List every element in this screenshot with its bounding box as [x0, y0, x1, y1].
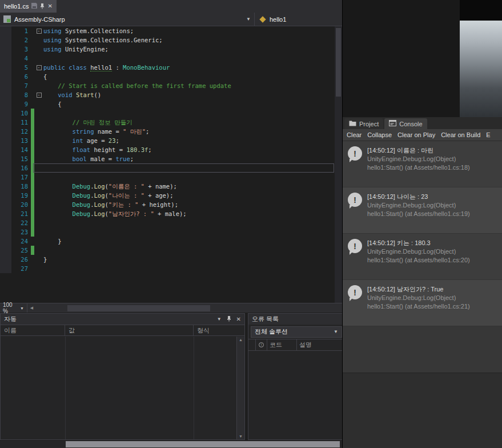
code-line[interactable]: 6{	[0, 72, 342, 81]
breakpoint-margin[interactable]	[0, 264, 11, 273]
breakpoint-margin[interactable]	[0, 26, 11, 35]
breakpoint-margin[interactable]	[0, 246, 11, 255]
code-line[interactable]: 13 int age = 23;	[0, 136, 342, 145]
code-line[interactable]: 27	[0, 264, 342, 273]
breakpoint-margin[interactable]	[0, 182, 11, 191]
code-line[interactable]: 24 }	[0, 237, 342, 246]
code-line[interactable]: 4	[0, 54, 342, 63]
editor-vertical-scrollbar[interactable]	[335, 26, 342, 303]
scrollbar-thumb[interactable]	[336, 28, 341, 97]
code-line[interactable]: 19 Debug.Log("나이는 : " + age);	[0, 191, 342, 200]
code-line[interactable]: 10	[0, 109, 342, 118]
console-log-entry[interactable]: ! [14:50:12] 키는 : 180.3 UnityEngine.Debu…	[343, 234, 502, 280]
tab-hello1-cs[interactable]: hello1.cs ✕	[0, 0, 57, 13]
console-error-pause-button[interactable]: E	[483, 130, 493, 139]
editor-horizontal-scrollbar[interactable]	[36, 303, 342, 313]
tab-console[interactable]: Console	[384, 118, 427, 129]
breakpoint-margin[interactable]	[0, 227, 11, 237]
code-line[interactable]: 17	[0, 173, 342, 182]
pin-icon[interactable]	[40, 3, 45, 10]
type-dropdown[interactable]: hello1	[254, 13, 342, 26]
breakpoint-margin[interactable]	[0, 237, 11, 246]
scroll-left-arrow-icon[interactable]: ◀	[27, 303, 36, 313]
close-icon[interactable]: ✕	[236, 316, 241, 322]
console-clear-button[interactable]: Clear	[344, 130, 364, 139]
code-line[interactable]: 26}	[0, 255, 342, 264]
solution-scope-dropdown[interactable]: 전체 솔루션 ▼	[251, 326, 342, 338]
column-header-value[interactable]: 값	[65, 325, 194, 335]
fold-marker[interactable]: -	[34, 63, 43, 72]
code-line[interactable]: 16	[0, 163, 342, 173]
breakpoint-margin[interactable]	[0, 90, 11, 99]
code-line[interactable]: 1-using System.Collections;	[0, 26, 342, 35]
code-line[interactable]: 18 Debug.Log("이름은 : " + name);	[0, 182, 342, 191]
code-line[interactable]: 15 bool male = true;	[0, 154, 342, 163]
console-clear-on-play-button[interactable]: Clear on Play	[395, 130, 438, 139]
error-list-titlebar[interactable]: 오류 목록	[248, 314, 344, 325]
code-line[interactable]: 12 string name = " 마린";	[0, 127, 342, 136]
window-position-icon[interactable]: ▼	[217, 317, 222, 322]
column-header-name[interactable]: 이름	[1, 325, 65, 335]
column-header-description[interactable]: 설명	[297, 339, 344, 350]
code-line[interactable]: 25	[0, 246, 342, 255]
scroll-down-arrow-icon[interactable]: ▼	[239, 434, 243, 438]
console-log-entry[interactable]: ! [14:50:12] 나이는 : 23 UnityEngine.Debug:…	[343, 187, 502, 234]
console-log-list[interactable]: ! [14:50:12] 이름은 : 마린 UnityEngine.Debug:…	[343, 141, 502, 373]
code-line[interactable]: 20 Debug.Log("키는 : " + height);	[0, 200, 342, 209]
pin-icon[interactable]	[227, 315, 231, 323]
code-line[interactable]: 7 // Start is called before the first fr…	[0, 81, 342, 90]
console-log-entry[interactable]: ! [14:50:12] 남자인가? : True UnityEngine.De…	[343, 280, 502, 326]
code-line[interactable]: 5-public class hello1 : MonoBehaviour	[0, 63, 342, 72]
zoom-control[interactable]: 100 % ▼	[0, 303, 27, 313]
breakpoint-margin[interactable]	[0, 173, 11, 182]
autos-panel-titlebar[interactable]: 자동 ▼ ✕	[1, 314, 244, 325]
project-dropdown[interactable]: Assembly-CSharp ▼	[0, 13, 254, 26]
breakpoint-margin[interactable]	[0, 72, 11, 81]
code-line[interactable]: 21 Debug.Log("남자인가? : " + male);	[0, 209, 342, 218]
code-line[interactable]: 3using UnityEngine;	[0, 45, 342, 54]
console-detail-pane[interactable]	[343, 373, 502, 448]
code-line[interactable]: 8- void Start()	[0, 90, 342, 99]
fold-marker[interactable]: -	[34, 26, 43, 35]
console-collapse-button[interactable]: Collapse	[364, 130, 395, 139]
scroll-up-arrow-icon[interactable]: ▲	[239, 338, 243, 342]
breakpoint-margin[interactable]	[0, 145, 11, 154]
breakpoint-margin[interactable]	[0, 163, 11, 173]
bottom-scrollbar[interactable]	[0, 441, 342, 448]
breakpoint-margin[interactable]	[0, 209, 11, 218]
breakpoint-margin[interactable]	[0, 109, 11, 118]
column-header-type[interactable]: 형식	[194, 325, 244, 335]
column-header-code[interactable]: 코드	[267, 339, 297, 350]
breakpoint-margin[interactable]	[0, 81, 11, 90]
code-line[interactable]: 9 {	[0, 99, 342, 109]
breakpoint-margin[interactable]	[0, 118, 11, 127]
code-line[interactable]: 14 float height = 180.3f;	[0, 145, 342, 154]
code-line[interactable]: 2using System.Collections.Generic;	[0, 35, 342, 45]
breakpoint-margin[interactable]	[0, 35, 11, 45]
console-log-entry[interactable]: ! [14:50:12] 이름은 : 마린 UnityEngine.Debug:…	[343, 141, 502, 187]
breakpoint-margin[interactable]	[0, 255, 11, 264]
code-editor[interactable]: 1-using System.Collections;2using System…	[0, 26, 342, 303]
breakpoint-margin[interactable]	[0, 136, 11, 145]
close-icon[interactable]: ✕	[47, 3, 52, 9]
scrollbar-thumb[interactable]	[66, 441, 340, 447]
autos-grid-body[interactable]	[1, 337, 236, 439]
breakpoint-margin[interactable]	[0, 45, 11, 54]
scrollbar-thumb[interactable]	[67, 305, 210, 311]
console-clear-on-build-button[interactable]: Clear on Build	[438, 130, 483, 139]
code-line[interactable]: 11 // 마린 정보 만들기	[0, 118, 342, 127]
autos-vertical-scrollbar[interactable]: ▲ ▼	[236, 337, 244, 439]
breakpoint-margin[interactable]	[0, 218, 11, 227]
breakpoint-margin[interactable]	[0, 63, 11, 72]
breakpoint-margin[interactable]	[0, 99, 11, 109]
breakpoint-margin[interactable]	[0, 191, 11, 200]
breakpoint-margin[interactable]	[0, 200, 11, 209]
breakpoint-margin[interactable]	[0, 154, 11, 163]
code-line[interactable]: 22	[0, 218, 342, 227]
fold-marker[interactable]: -	[34, 90, 43, 99]
tab-project[interactable]: Project	[344, 118, 383, 129]
code-line[interactable]: 23	[0, 227, 342, 237]
breakpoint-margin[interactable]	[0, 54, 11, 63]
breakpoint-margin[interactable]	[0, 127, 11, 136]
severity-column-header[interactable]: !	[256, 339, 267, 350]
